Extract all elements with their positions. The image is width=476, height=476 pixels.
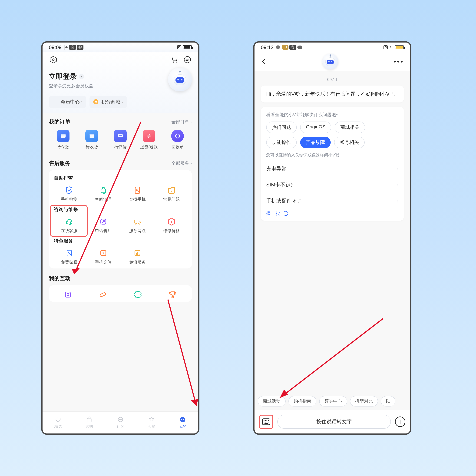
more-menu-icon[interactable]: ••• bbox=[394, 58, 404, 66]
quick-suggestion-chip[interactable]: 领券中心 bbox=[319, 396, 347, 407]
chevron-right-icon: › bbox=[397, 182, 398, 188]
sim-icon bbox=[177, 45, 181, 49]
status-pill-icon: Ⓜ bbox=[69, 45, 76, 50]
chat-header: ••• bbox=[255, 52, 410, 71]
star-icon: ★ bbox=[93, 99, 98, 104]
svg-point-14 bbox=[121, 135, 122, 136]
group-featured-title: 特色服务 bbox=[54, 238, 189, 244]
order-pending-payment[interactable]: 待付款 bbox=[50, 130, 76, 150]
interact-item-2[interactable] bbox=[85, 289, 120, 300]
truck-icon bbox=[133, 217, 142, 226]
voice-input-button[interactable]: 按住说话转文字 bbox=[277, 415, 391, 429]
highlight-keyboard-button bbox=[259, 415, 273, 429]
item-phone-check[interactable]: 手机检测 bbox=[52, 183, 86, 204]
svg-rect-17 bbox=[102, 187, 104, 189]
back-button[interactable] bbox=[261, 58, 267, 65]
svg-rect-16 bbox=[101, 189, 105, 193]
quick-suggestion-chip[interactable]: 机型对比 bbox=[350, 396, 378, 407]
item-repair-price[interactable]: ¥维修价格 bbox=[154, 215, 189, 236]
svg-point-46 bbox=[119, 419, 120, 420]
film-icon bbox=[64, 248, 74, 258]
faq-tag[interactable]: 帐号相关 bbox=[334, 136, 365, 148]
interact-item-4[interactable] bbox=[155, 289, 190, 300]
faq-tag[interactable]: 商城相关 bbox=[335, 121, 365, 133]
faq-tag[interactable]: OriginOS bbox=[300, 121, 331, 133]
chat-avatar[interactable] bbox=[323, 54, 338, 69]
item-find-phone[interactable]: 查找手机 bbox=[120, 183, 154, 204]
item-service-outlets[interactable]: 服务网点 bbox=[120, 215, 154, 236]
message-icon[interactable] bbox=[183, 55, 192, 64]
folder-question-icon: ? bbox=[167, 186, 176, 195]
order-pending-review[interactable]: 待评价 bbox=[107, 130, 134, 150]
svg-point-47 bbox=[120, 419, 121, 420]
cart-icon[interactable] bbox=[170, 55, 178, 64]
item-phone-recharge[interactable]: ¥手机充值 bbox=[86, 246, 120, 267]
faq-tag[interactable]: 功能操作 bbox=[266, 136, 297, 148]
chat-input-bar: 按住说话转文字 ＋ bbox=[255, 410, 410, 433]
svg-marker-0 bbox=[50, 56, 56, 63]
svg-point-61 bbox=[264, 422, 265, 422]
settings-hex-icon[interactable] bbox=[49, 55, 58, 64]
cloud-icon bbox=[297, 46, 302, 49]
svg-rect-43 bbox=[172, 297, 174, 298]
svg-text:¥: ¥ bbox=[102, 251, 104, 255]
faq-tag[interactable]: 产品故障 bbox=[300, 136, 331, 148]
tab-featured[interactable]: 精选 bbox=[43, 412, 74, 433]
svg-point-4 bbox=[184, 56, 190, 63]
add-button[interactable]: ＋ bbox=[395, 416, 405, 427]
quick-suggestion-chip[interactable]: 商城活动 bbox=[258, 396, 286, 407]
order-recycle[interactable]: 回收单 bbox=[164, 130, 191, 150]
svg-point-1 bbox=[52, 59, 54, 61]
faq-hint: 看看全能的小V都能解决什么问题吧~ bbox=[266, 112, 398, 118]
refresh-button[interactable]: 换一批 bbox=[266, 210, 398, 217]
tab-mine[interactable]: 我的 bbox=[167, 412, 198, 433]
battery-icon bbox=[395, 45, 404, 49]
interact-item-3[interactable] bbox=[120, 289, 155, 300]
svg-rect-65 bbox=[265, 423, 268, 424]
interact-item-1[interactable] bbox=[51, 289, 85, 300]
box-icon bbox=[85, 130, 98, 142]
item-space-clean[interactable]: 空间清理 bbox=[86, 183, 120, 204]
aftersale-more[interactable]: 全部服务 bbox=[171, 160, 192, 166]
orders-more[interactable]: 全部订单 bbox=[171, 119, 192, 125]
status-pill-icon: Ⓝ bbox=[289, 45, 296, 50]
faq-question-row[interactable]: SIM卡不识别› bbox=[266, 177, 398, 193]
item-free-data[interactable]: 免流服务 bbox=[120, 246, 154, 267]
avatar-robot[interactable] bbox=[168, 68, 192, 91]
chevron-right-icon: › bbox=[397, 198, 398, 204]
svg-line-23 bbox=[138, 191, 139, 192]
tab-community[interactable]: 社区 bbox=[105, 412, 136, 433]
search-doc-icon bbox=[133, 186, 142, 195]
tab-shop[interactable]: 选购 bbox=[74, 412, 105, 433]
quick-suggestion-chip[interactable]: 购机指南 bbox=[289, 396, 316, 407]
svg-rect-41 bbox=[67, 294, 69, 296]
svg-rect-37 bbox=[136, 253, 137, 255]
faq-question-row[interactable]: 手机或配件坏了› bbox=[266, 193, 398, 209]
status-time: 09:12 bbox=[261, 44, 273, 50]
wallet-icon bbox=[57, 130, 69, 142]
item-free-screen-film[interactable]: 免费贴膜 bbox=[52, 246, 86, 267]
faq-tag[interactable]: 热门问题 bbox=[266, 121, 297, 133]
keyboard-toggle-button[interactable] bbox=[261, 416, 272, 427]
order-pending-receipt[interactable]: 待收货 bbox=[78, 130, 105, 150]
order-return-refund[interactable]: 退货/退款 bbox=[136, 130, 162, 150]
tab-member[interactable]: 会员 bbox=[136, 412, 167, 433]
svg-point-50 bbox=[181, 419, 182, 420]
wrench-badge-icon bbox=[99, 217, 108, 226]
chip-points-mall[interactable]: ★ 积分商城› bbox=[89, 96, 127, 108]
item-apply-aftersale[interactable]: 申请售后 bbox=[86, 215, 120, 236]
chip-member-center[interactable]: 会员中心› bbox=[49, 96, 86, 108]
shield-check-icon bbox=[64, 186, 74, 195]
login-title[interactable]: 立即登录 › bbox=[49, 72, 93, 81]
svg-point-49 bbox=[180, 417, 185, 422]
svg-rect-38 bbox=[137, 252, 138, 255]
aftersale-title: 售后服务 bbox=[49, 160, 70, 167]
svg-rect-21 bbox=[135, 187, 140, 193]
faq-question-row[interactable]: 充电异常› bbox=[266, 161, 398, 177]
quick-suggestion-chip[interactable]: 以 bbox=[381, 396, 395, 407]
svg-point-60 bbox=[268, 420, 269, 421]
quick-suggestions: 商城活动购机指南领券中心机型对比以 bbox=[255, 396, 410, 407]
svg-rect-28 bbox=[134, 220, 138, 223]
item-faq[interactable]: ?常见问题 bbox=[154, 183, 189, 204]
svg-point-48 bbox=[121, 419, 122, 420]
